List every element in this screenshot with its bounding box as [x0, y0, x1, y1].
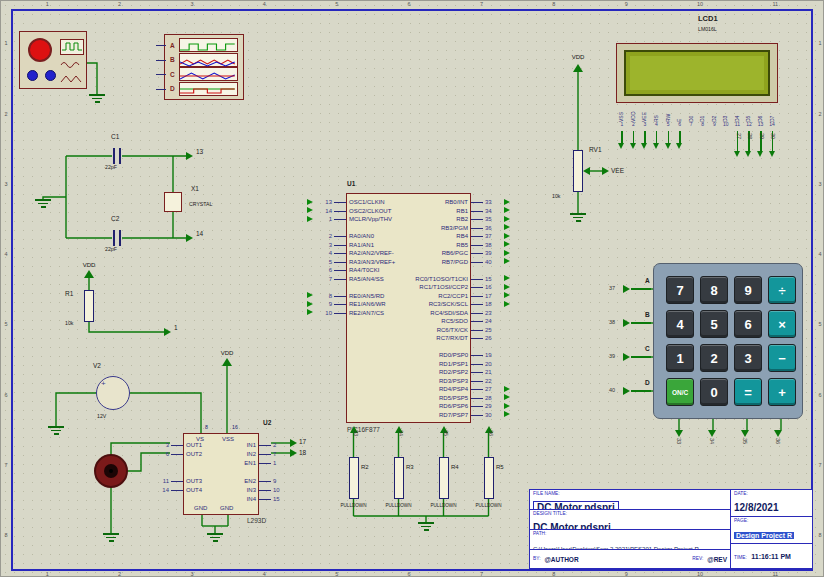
terminal-arrow-icon — [504, 411, 510, 417]
keypad-col-terminal[interactable]: 36 — [764, 419, 791, 449]
ground-symbol[interactable] — [207, 533, 223, 544]
u2-left-pins: 3 OUT1 6 OUT2 11 — [184, 440, 214, 494]
keypad-key[interactable]: ON/C — [666, 378, 694, 406]
terminal-osc1[interactable] — [186, 152, 193, 160]
lcd-pin: D2 9 — [709, 104, 721, 130]
keypad-key[interactable]: ÷ — [768, 276, 796, 304]
net-30: 30 — [770, 133, 776, 139]
scope-screen-c — [179, 67, 238, 81]
resistor-r5[interactable]: 36 R5 PULLDOWN — [466, 426, 511, 518]
signal-generator[interactable] — [19, 31, 87, 89]
lcd-pin-name: VDD — [631, 104, 636, 122]
ruler-number: 3 — [190, 572, 193, 577]
keypad-col-terminal[interactable]: 35 — [731, 419, 758, 449]
terminal-in1[interactable] — [290, 439, 297, 447]
keypad-row-terminal[interactable]: 40 D — [599, 374, 655, 408]
keypad-key[interactable]: = — [734, 378, 762, 406]
lcd-display-lm016l[interactable] — [616, 43, 778, 103]
scope-channel-c: C — [168, 67, 240, 82]
keypad-row-terminal[interactable]: 38 B — [599, 306, 655, 340]
capacitor-c1[interactable] — [112, 148, 122, 164]
keypad-key[interactable]: × — [768, 310, 796, 338]
terminal-osc2[interactable] — [186, 234, 193, 242]
triangle-wave-icon — [60, 74, 82, 84]
terminal-vee[interactable] — [602, 167, 609, 175]
keypad-key[interactable]: 6 — [734, 310, 762, 338]
crystal-x1[interactable] — [164, 192, 182, 212]
lcd-pin-number: 6 — [678, 122, 681, 130]
keypad-key[interactable]: 2 — [700, 344, 728, 372]
keypad-key[interactable]: + — [768, 378, 796, 406]
keypad-col-terminal[interactable]: 34 — [698, 419, 725, 449]
ground-symbol[interactable] — [35, 199, 51, 210]
keypad-key[interactable]: 8 — [700, 276, 728, 304]
net-number: 34 — [709, 438, 715, 444]
keypad-key[interactable]: 7 — [666, 276, 694, 304]
lcd-wire — [668, 131, 670, 144]
terminal-arrow-icon — [623, 319, 630, 327]
keypad-key[interactable]: 0 — [700, 378, 728, 406]
vdd-terminal[interactable] — [573, 64, 583, 72]
potentiometer-rv1[interactable] — [573, 150, 583, 192]
keypad-row-terminal[interactable]: 37 A — [599, 272, 655, 306]
ground-symbol[interactable] — [48, 426, 64, 437]
pin-number: 15 — [485, 276, 501, 282]
resistor-r3[interactable]: 34 R3 PULLDOWN — [376, 426, 421, 518]
lcd-pin-name: VSS — [619, 104, 624, 122]
proteus-schematic-sheet: 1234567891011 1234567891011 12345678 123… — [0, 0, 824, 577]
ruler-number: 4 — [263, 2, 266, 8]
resistor-body — [484, 457, 494, 499]
pin-number: 39 — [485, 250, 501, 256]
keypad-key[interactable]: 1 — [666, 344, 694, 372]
ground-symbol[interactable] — [418, 522, 434, 533]
pin-row: RB7/PGD 40 — [396, 258, 470, 267]
generator-knob-red[interactable] — [28, 38, 52, 62]
keypad[interactable]: 7 8 9 ÷ 4 5 6 × 1 2 3 − — [653, 263, 803, 419]
u1-right-pins: RB0/INT 33 RB1 34 RB2 35 RB3/PGM — [396, 198, 470, 419]
terminal-mclr[interactable] — [164, 328, 171, 336]
keypad-key[interactable]: 9 — [734, 276, 762, 304]
capacitor-c2[interactable] — [112, 230, 122, 246]
ground-symbol[interactable] — [570, 213, 586, 224]
keypad-key[interactable]: 4 — [666, 310, 694, 338]
pin-name: RD0/PSP0 — [439, 352, 468, 358]
vdd-terminal[interactable] — [84, 270, 94, 278]
net-number: 36 — [775, 438, 781, 444]
mcu-u1-pic16f877[interactable]: 13 OSC1/CLKIN 14 OSC2/CLKOUT 1 MCLR/Vpp/… — [346, 193, 471, 423]
oscilloscope[interactable]: A B C D — [164, 34, 244, 100]
keypad-key-label: 1 — [676, 351, 683, 366]
generator-knob-blue-1[interactable] — [27, 70, 38, 81]
keypad-key[interactable]: 5 — [700, 310, 728, 338]
lcd-pin: VEE 3 — [639, 104, 651, 130]
pin-number: 35 — [485, 216, 501, 222]
pin-number: 3 — [316, 242, 332, 248]
keypad-key-label: 2 — [710, 351, 717, 366]
generator-knob-blue-2[interactable] — [45, 70, 56, 81]
pin-number: 5 — [316, 259, 332, 265]
ground-symbol[interactable] — [89, 94, 105, 105]
motor-driver-u2-l293d[interactable]: VS VSS 3 OUT1 6 OUT2 — [183, 433, 259, 515]
pin-row: IN3 10 — [228, 485, 258, 494]
square-wave-icon — [61, 40, 83, 54]
pin-name: RD4/PSP4 — [439, 386, 468, 392]
ruler-number: 2 — [118, 2, 121, 8]
pin-name: RD7/PSP7 — [439, 412, 468, 418]
resistor-r2[interactable]: 33 R2 PULLDOWN — [331, 426, 376, 518]
vdd-terminal[interactable] — [222, 358, 232, 366]
pin-row: RD3/PSP3 22 — [396, 377, 470, 386]
pin-name: OUT2 — [186, 451, 202, 457]
keypad-col-terminal[interactable]: 33 — [665, 419, 692, 449]
pin-name: RB3/PGM — [441, 225, 468, 231]
net-13: 13 — [196, 149, 203, 156]
keypad-key[interactable]: − — [768, 344, 796, 372]
keypad-row-terminal[interactable]: 39 C — [599, 340, 655, 374]
pin-row: RD0/PSP0 19 — [396, 351, 470, 360]
ruler-number: 3 — [818, 182, 821, 188]
resistor-body — [394, 457, 404, 499]
terminal-in2[interactable] — [290, 449, 297, 457]
ground-symbol[interactable] — [103, 533, 119, 544]
resistor-r1[interactable] — [84, 290, 94, 322]
resistor-r4[interactable]: 35 R4 PULLDOWN — [421, 426, 466, 518]
keypad-key[interactable]: 3 — [734, 344, 762, 372]
dc-motor[interactable] — [94, 454, 128, 488]
